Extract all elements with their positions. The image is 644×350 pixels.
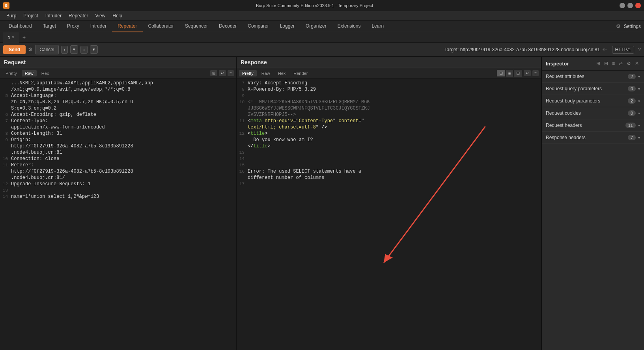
inspector-layout-btn3[interactable]: ≡ — [611, 60, 616, 67]
inspector-badge: 11 — [625, 123, 636, 128]
tab-repeater[interactable]: Repeater — [112, 20, 142, 32]
code-line: 5 Accept-Language: — [0, 93, 236, 99]
nav-next-dropdown[interactable]: ▾ — [90, 45, 98, 54]
request-tab-pretty[interactable]: Pretty — [2, 70, 20, 76]
tab-extensions[interactable]: Extensions — [332, 20, 366, 32]
cancel-button[interactable]: Cancel — [35, 45, 58, 54]
chevron-down-icon: ▾ — [638, 123, 640, 128]
nav-prev-button[interactable]: ‹ — [61, 46, 68, 54]
response-tab-hex[interactable]: Hex — [275, 70, 289, 76]
request-tab-hex[interactable]: Hex — [38, 70, 52, 76]
inspector-close-btn[interactable]: ✕ — [634, 60, 640, 67]
repeater-tab-1-close[interactable]: × — [12, 35, 14, 39]
code-line: </title> — [237, 143, 541, 149]
tab-collaborator[interactable]: Collaborator — [143, 20, 179, 32]
tab-learn[interactable]: Learn — [366, 20, 389, 32]
response-panel-header: Response — [237, 57, 541, 68]
request-panel-header: Request — [0, 57, 236, 68]
request-tool-search[interactable]: ⊞ — [210, 70, 217, 76]
tab-target[interactable]: Target — [37, 20, 62, 32]
chevron-down-icon: ▾ — [638, 111, 640, 115]
request-code-area[interactable]: ...NKML2,appliLacw.AXAML,appliKAML2,appl… — [0, 78, 236, 350]
code-line: 6 Accept-Encoding: gzip, deflate — [0, 112, 236, 118]
inspector-layout-btn1[interactable]: ⊞ — [595, 60, 601, 67]
tab-sequencer[interactable]: Sequencer — [179, 20, 213, 32]
view-toggle-grid[interactable]: ⊞ — [497, 70, 505, 76]
nav-next-button[interactable]: › — [80, 46, 88, 54]
tab-proxy[interactable]: Proxy — [62, 20, 85, 32]
tab-dashboard[interactable]: Dashboard — [3, 20, 37, 32]
inspector-panel: Inspector ⊞ ⊟ ≡ ⇌ ⚙ ✕ Request attributes… — [541, 57, 644, 350]
inspector-section-req-headers[interactable]: Request headers 11 ▾ — [542, 119, 644, 132]
inspector-layout-btn2[interactable]: ⊟ — [603, 60, 609, 67]
request-tool-menu[interactable]: ≡ — [228, 70, 234, 76]
inspector-badge: 0 — [628, 86, 636, 91]
response-tab-render[interactable]: Render — [290, 70, 311, 76]
settings-icon[interactable]: ⚙ — [616, 23, 621, 29]
inspector-section-label: Request attributes — [546, 74, 628, 79]
inspector-badge: 7 — [628, 135, 636, 140]
code-line: 10 <!--MMZFM422K5HDASKDN5TVU3SKOZRFGQRRM… — [237, 99, 541, 105]
code-line: text/html; charset=utf-8" /> — [237, 124, 541, 130]
response-tab-tools: ⊞ ≡ ⊟ ↵ ≡ — [495, 70, 539, 76]
inspector-section-request-attrs[interactable]: Request attributes 2 ▾ — [542, 71, 644, 83]
response-tool-wrap[interactable]: ↵ — [524, 70, 531, 76]
code-line: different number of columns — [237, 175, 541, 181]
code-line: http://f0f27919-326a-4082-a7b5-8c193b891… — [0, 168, 236, 175]
menu-bar: Burp Project Intruder Repeater View Help — [0, 11, 644, 20]
view-toggle: ⊞ ≡ ⊟ — [497, 70, 522, 76]
code-line: 12 <title> — [237, 130, 541, 137]
repeater-tab-add[interactable]: + — [19, 34, 29, 41]
response-tab-pretty[interactable]: Pretty — [239, 70, 257, 76]
inspector-layout-btn4[interactable]: ⇌ — [618, 60, 624, 67]
response-tool-menu[interactable]: ≡ — [532, 70, 539, 76]
code-line: 2VSVZRNRFHOPJ5--> — [237, 112, 541, 118]
settings-label[interactable]: Settings — [624, 24, 641, 29]
tab-organizer[interactable]: Organizer — [300, 20, 332, 32]
send-button[interactable]: Send — [3, 45, 26, 54]
tab-decoder[interactable]: Decoder — [213, 20, 242, 32]
menu-intruder[interactable]: Intruder — [42, 12, 65, 19]
settings-gear-icon[interactable]: ⚙ — [28, 47, 33, 52]
menu-view[interactable]: View — [92, 12, 108, 19]
target-edit-icon[interactable]: ✏ — [603, 47, 607, 52]
code-line: 15 — [237, 162, 541, 168]
inspector-section-query-params[interactable]: Request query parameters 0 ▾ — [542, 83, 644, 95]
view-toggle-alt[interactable]: ⊟ — [514, 70, 522, 76]
view-toggle-list[interactable]: ≡ — [506, 70, 513, 76]
inspector-settings-btn[interactable]: ⚙ — [625, 60, 632, 67]
close-button[interactable] — [635, 3, 641, 8]
menu-project[interactable]: Project — [20, 12, 41, 19]
inspector-section-resp-headers[interactable]: Response headers 7 ▾ — [542, 132, 644, 144]
tab-intruder[interactable]: Intruder — [85, 20, 112, 32]
request-tabs: Pretty Raw Hex ⊞ ↵ ≡ — [0, 68, 236, 78]
nav-prev-dropdown[interactable]: ▾ — [70, 45, 78, 54]
inspector-badge: 2 — [628, 74, 636, 79]
response-tab-raw[interactable]: Raw — [258, 70, 273, 76]
tab-comparer[interactable]: Comparer — [242, 20, 274, 32]
http-version-selector[interactable]: HTTP/1 — [612, 46, 634, 54]
inspector-section-body-params[interactable]: Request body parameters 2 ▾ — [542, 95, 644, 107]
tab-logger[interactable]: Logger — [274, 20, 300, 32]
request-tab-raw[interactable]: Raw — [22, 70, 37, 76]
code-line: 14 name=1'union select 1,2#&pw=123 — [0, 194, 236, 200]
response-code-area[interactable]: 7 Vary: Accept-Encoding 8 X-Powered-By: … — [237, 78, 541, 350]
inspector-section-cookies[interactable]: Request cookies 0 ▾ — [542, 107, 644, 119]
inspector-section-label: Response headers — [546, 135, 628, 140]
help-icon[interactable]: ? — [638, 47, 641, 52]
code-line: 8 X-Powered-By: PHP/5.3.29 — [237, 86, 541, 93]
window-controls — [620, 3, 641, 8]
repeater-tab-1[interactable]: 1 × — [3, 32, 19, 43]
menu-help[interactable]: Help — [109, 12, 125, 19]
maximize-button[interactable] — [627, 3, 633, 8]
menu-burp[interactable]: Burp — [3, 12, 19, 19]
menu-repeater[interactable]: Repeater — [65, 12, 91, 19]
minimize-button[interactable] — [620, 3, 625, 8]
window-title: Burp Suite Community Edition v2023.9.1 -… — [9, 3, 620, 8]
request-tool-wrap[interactable]: ↵ — [219, 70, 226, 76]
inspector-header-tools: ⊞ ⊟ ≡ ⇌ ⚙ ✕ — [595, 60, 640, 67]
chevron-down-icon: ▾ — [638, 74, 640, 79]
inspector-section-label: Request query parameters — [546, 86, 628, 91]
code-line: .node4.buuoj.cn:81 — [0, 149, 236, 156]
main-content: Request Pretty Raw Hex ⊞ ↵ ≡ ...NKML2,ap… — [0, 57, 644, 350]
